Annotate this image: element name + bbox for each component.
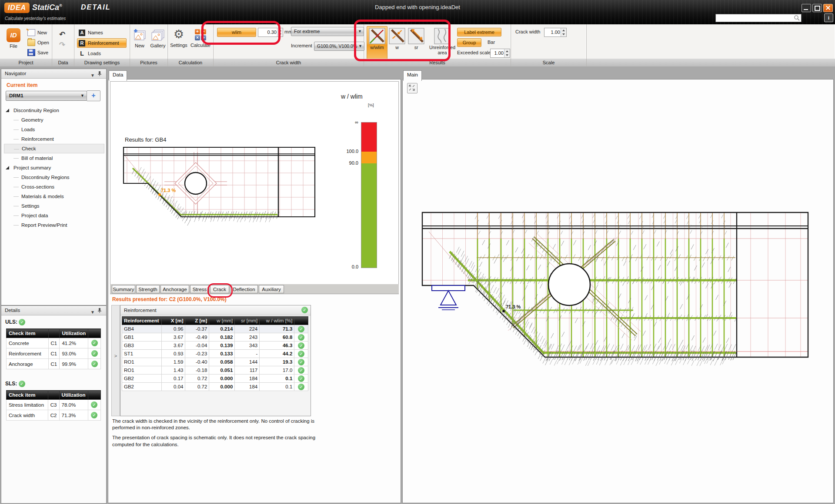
open-button[interactable]: Open xyxy=(25,38,51,47)
table-row[interactable]: ST10.93-0.230.133-44.2 xyxy=(122,350,308,358)
result-unreinforced-button[interactable]: Unreinforced area xyxy=(428,26,456,61)
file-icon: ID xyxy=(7,28,20,42)
tree-item-cross-sections[interactable]: Cross-sections xyxy=(4,182,104,192)
chevron-down-icon[interactable]: ▼ xyxy=(90,308,95,317)
group-label-calculation: Calculation xyxy=(168,59,213,66)
exceeded-scale-spinner[interactable]: 1.00 xyxy=(490,49,510,58)
tree-item-loads[interactable]: Loads xyxy=(4,125,104,134)
table-row[interactable]: RO11.43-0.180.05111717.0 xyxy=(122,366,308,375)
spinner-arrows-icon[interactable] xyxy=(504,49,510,57)
titlebar: IDEA StatiCa® DETAIL Calculate yesterday… xyxy=(0,0,835,24)
tree-item-settings[interactable]: Settings xyxy=(4,201,104,211)
increment-label: Increment xyxy=(291,43,312,48)
gear-icon: ⚙ xyxy=(168,27,190,43)
check-icon xyxy=(91,401,97,408)
wlim-toggle[interactable]: wlim xyxy=(217,28,256,37)
details-panel: Details ▼ ULS: Check itemUtilization Con… xyxy=(1,305,107,504)
tab-auxiliary[interactable]: Auxiliary xyxy=(259,285,284,293)
tab-deflection[interactable]: Deflection xyxy=(230,285,258,293)
group-label-data: Data xyxy=(52,59,74,66)
names-toggle[interactable]: ANames xyxy=(77,28,127,37)
result-w-wlim-button[interactable]: w/wlim xyxy=(367,26,387,61)
tab-stress[interactable]: Stress xyxy=(190,285,209,293)
pin-icon[interactable] xyxy=(97,308,102,313)
tab-anchorage[interactable]: Anchorage xyxy=(160,285,189,293)
tab-main[interactable]: Main xyxy=(403,70,422,81)
tree-section-discontinuity-region[interactable]: Discontinuity Region xyxy=(4,106,104,115)
add-item-button[interactable]: + xyxy=(87,90,100,101)
wlim-value-spinner[interactable]: 0.30 xyxy=(258,28,283,37)
data-drawing-area[interactable]: Results for: GB4 71.3 % w / wlim [%] ∞ 1… xyxy=(110,81,399,285)
tree-section-project-summary[interactable]: Project summary xyxy=(4,163,104,172)
tab-crack[interactable]: Crack xyxy=(210,285,229,293)
table-row[interactable]: GB20.040.720.0001840.1 xyxy=(122,383,308,391)
expand-view-button[interactable] xyxy=(407,83,418,93)
spinner-arrows-icon[interactable] xyxy=(561,28,566,36)
extreme-dropdown[interactable]: For extreme▼ xyxy=(291,27,364,36)
new-button[interactable]: New xyxy=(25,28,51,37)
search-box[interactable] xyxy=(715,14,802,22)
table-row[interactable]: GB20.170.720.0001840.1 xyxy=(122,375,308,383)
reinforcement-toggle[interactable]: RReinforcement xyxy=(77,38,127,48)
maximize-button[interactable] xyxy=(812,4,822,12)
loads-toggle[interactable]: LLoads xyxy=(77,49,127,58)
chevron-down-icon[interactable]: ▼ xyxy=(90,71,95,80)
label-extreme-toggle[interactable]: Label extreme xyxy=(457,28,501,36)
table-row[interactable]: GB40.96-0.370.21422471.3 xyxy=(122,325,308,333)
tree-item-bill-of-material[interactable]: Bill of material xyxy=(4,153,104,163)
expander-icon[interactable] xyxy=(6,109,9,112)
tab-summary[interactable]: Summary xyxy=(112,285,135,293)
tree-item-project-data[interactable]: Project data xyxy=(4,211,104,220)
group-label-scale: Scale xyxy=(511,59,586,66)
new-document-icon xyxy=(27,29,35,36)
extreme-value-label: 71.3 % xyxy=(506,304,521,309)
tab-data[interactable]: Data xyxy=(109,70,127,81)
check-icon xyxy=(91,412,97,418)
file-button[interactable]: ID File xyxy=(3,27,23,57)
tab-strength[interactable]: Strength xyxy=(136,285,160,293)
tree-item-geometry[interactable]: Geometry xyxy=(4,115,104,125)
redo-button[interactable]: ↷ xyxy=(57,40,68,50)
tree-item-discontinuity-regions[interactable]: Discontinuity Regions xyxy=(4,172,104,182)
navigator-panel: Navigator ▼ Current item DRM1▼ + Discont… xyxy=(1,69,107,305)
settings-button[interactable]: ⚙ Settings xyxy=(168,27,190,56)
close-button[interactable] xyxy=(823,4,833,12)
current-item-dropdown[interactable]: DRM1▼ xyxy=(6,91,87,101)
picture-new-button[interactable]: New xyxy=(131,27,148,56)
group-toggle[interactable]: Group xyxy=(457,38,481,47)
results-for-label: Results for: GB4 xyxy=(125,136,166,143)
group-label-results: Results xyxy=(364,59,511,66)
gallery-button[interactable]: Gallery xyxy=(149,27,167,56)
table-row[interactable]: RO11.59-0.400.05814419.3 xyxy=(122,358,308,366)
expander-icon[interactable] xyxy=(6,166,9,169)
scale-crack-width-spinner[interactable]: 1.00 xyxy=(544,28,567,37)
undo-button[interactable]: ↶ xyxy=(57,30,68,40)
table-expander[interactable]: > xyxy=(111,305,120,416)
table-row: Crack widthC271.3% xyxy=(7,410,101,421)
result-sr-button[interactable]: sr xyxy=(407,26,426,61)
search-input[interactable] xyxy=(717,15,793,21)
legend-tick: 0.0 xyxy=(326,264,358,269)
legend-seg-red xyxy=(361,123,377,152)
save-button[interactable]: Save xyxy=(25,48,51,57)
result-w-button[interactable]: w xyxy=(387,26,407,61)
spinner-arrows-icon[interactable] xyxy=(277,28,283,36)
pin-icon[interactable] xyxy=(97,71,102,76)
sls-label: SLS: xyxy=(5,381,25,387)
info-button[interactable]: i xyxy=(824,13,833,22)
main-drawing[interactable]: 71.3 % xyxy=(403,80,832,502)
check-icon xyxy=(298,342,304,349)
tree-item-report-preview-print[interactable]: Report Preview/Print xyxy=(4,220,104,230)
tree-item-reinforcement[interactable]: Reinforcement xyxy=(4,134,104,144)
navigator-header: Navigator ▼ xyxy=(1,69,106,79)
check-icon xyxy=(19,381,25,387)
minimize-button[interactable] xyxy=(802,4,811,12)
calculate-icon: +−×÷ xyxy=(195,29,206,40)
table-row[interactable]: GB13.67-0.490.18224360.8 xyxy=(122,333,308,342)
calculate-button[interactable]: +−×÷ Calculate xyxy=(190,27,211,56)
tree-item-check[interactable]: Check xyxy=(4,144,104,153)
increment-dropdown[interactable]: G100.0%, V100.0%▼ xyxy=(314,42,364,51)
w-icon xyxy=(389,28,405,44)
tree-item-materials-models[interactable]: Materials & models xyxy=(4,192,104,201)
table-row[interactable]: GB33.67-0.040.13934346.3 xyxy=(122,342,308,350)
